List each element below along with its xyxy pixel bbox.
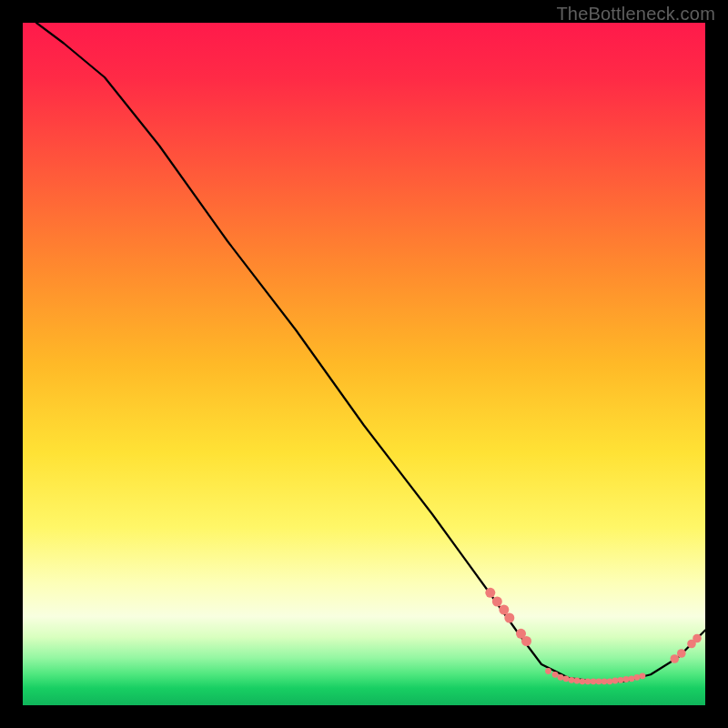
data-point — [504, 613, 514, 623]
data-point — [618, 677, 624, 683]
data-point — [545, 668, 551, 674]
data-point — [612, 678, 619, 684]
chart-overlay — [23, 23, 705, 705]
data-point — [585, 678, 592, 684]
data-point — [558, 674, 564, 681]
data-point — [623, 676, 630, 682]
data-point — [602, 678, 608, 684]
data-point — [485, 588, 495, 598]
data-point — [607, 678, 613, 684]
data-point — [596, 678, 602, 684]
data-point — [492, 597, 502, 607]
data-point — [499, 605, 509, 615]
data-point — [552, 672, 559, 678]
curve-path — [36, 23, 705, 682]
plot-area — [23, 23, 705, 705]
data-points — [485, 588, 702, 684]
data-point — [569, 677, 575, 683]
data-point — [591, 678, 597, 684]
data-point — [640, 672, 646, 679]
data-point — [629, 675, 635, 682]
data-point — [580, 678, 586, 684]
watermark-text: TheBottleneck.com — [556, 4, 715, 25]
bottleneck-curve — [36, 23, 705, 682]
data-point — [574, 678, 581, 684]
chart-stage: TheBottleneck.com — [0, 0, 728, 728]
data-point — [563, 675, 570, 682]
data-point — [521, 636, 531, 646]
data-point — [634, 674, 641, 681]
data-point — [693, 634, 702, 643]
data-point — [677, 649, 686, 658]
data-point — [671, 654, 680, 663]
